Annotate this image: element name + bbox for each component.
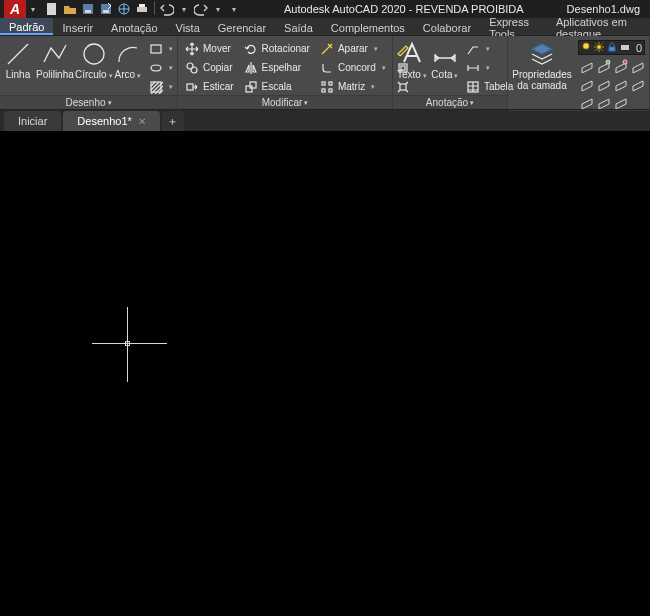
rectangle-dropdown[interactable] [146,40,176,57]
matriz-label: Matriz [338,81,365,92]
panel-modificar-title[interactable]: Modificar [178,95,392,109]
new-icon[interactable] [44,1,60,17]
ellipse-dropdown[interactable] [146,59,176,76]
save-icon[interactable] [80,1,96,17]
webmobile-icon[interactable] [116,1,132,17]
svg-point-8 [84,44,104,64]
tab-complementos[interactable]: Complementos [322,18,414,35]
layer-selector[interactable]: 0 [578,40,645,55]
layer-tool-8[interactable] [631,77,645,91]
fillet-icon [320,61,334,75]
leader-icon [466,42,480,56]
layer-tool-11[interactable] [614,95,628,109]
linha-label: Linha [6,69,30,80]
saveas-icon[interactable] [98,1,114,17]
layer-tool-5[interactable] [580,77,594,91]
hatch-dropdown[interactable] [146,78,176,95]
undo-dropdown-icon[interactable]: ▾ [177,1,191,18]
aparar-button[interactable]: Aparar [317,40,389,57]
matriz-button[interactable]: Matriz [317,78,389,95]
drawing-canvas[interactable] [0,132,650,616]
copiar-button[interactable]: Copiar [182,59,237,76]
svg-rect-17 [322,82,325,85]
svg-point-30 [623,60,627,64]
mover-button[interactable]: Mover [182,40,237,57]
scale-icon [244,80,258,94]
esticar-button[interactable]: Esticar [182,78,237,95]
layer-tools-grid [578,57,647,110]
panel-anotacao-title[interactable]: Anotação [393,95,507,109]
doc-tab-label: Desenho1* [77,115,131,127]
redo-dropdown-icon[interactable]: ▾ [211,1,225,18]
layer-tool-7[interactable] [614,77,628,91]
layer-name: 0 [636,42,642,54]
rotate-icon [244,42,258,56]
ribbon-tab-bar: Padrão Inserir Anotação Vista Gerenciar … [0,18,650,36]
prop-camada-label: Propriedades da camada [512,69,572,91]
redo-icon[interactable] [193,1,209,17]
document-tab-bar: Iniciar Desenho1*✕ ＋ [0,110,650,132]
rotacionar-button[interactable]: Rotacionar [241,40,313,57]
layer-tool-6[interactable] [597,77,611,91]
circle-icon [80,40,108,68]
tab-colaborar[interactable]: Colaborar [414,18,480,35]
texto-button[interactable]: Texto [397,38,427,95]
tab-vista[interactable]: Vista [167,18,209,35]
tab-padrao[interactable]: Padrão [0,18,53,35]
cota-button[interactable]: Cota [431,38,459,95]
app-menu-button[interactable]: A [4,0,26,18]
arco-button[interactable]: Arco [114,38,142,95]
tab-anotacao[interactable]: Anotação [102,18,166,35]
tab-gerenciar[interactable]: Gerenciar [209,18,275,35]
svg-point-29 [606,60,610,64]
doc-tab-add[interactable]: ＋ [162,111,184,131]
layer-tool-2[interactable] [597,59,611,73]
close-icon[interactable]: ✕ [138,116,146,127]
cota-label: Cota [431,69,458,81]
svg-rect-16 [250,82,256,88]
tab-saida[interactable]: Saída [275,18,322,35]
svg-rect-0 [47,3,56,15]
layer-tool-4[interactable] [631,59,645,73]
undo-icon[interactable] [159,1,175,17]
layer-tool-3[interactable] [614,59,628,73]
concord-button[interactable]: Concord [317,59,389,76]
circulo-button[interactable]: Círculo [78,38,110,95]
open-icon[interactable] [62,1,78,17]
doc-tab-label: Iniciar [18,115,47,127]
tab-aplicativos[interactable]: Aplicativos em destaque [547,18,650,35]
plot-flag-icon [620,42,630,54]
doc-tab-iniciar[interactable]: Iniciar [4,111,61,131]
escala-button[interactable]: Escala [241,78,313,95]
panel-desenho-title[interactable]: Desenho [0,95,177,109]
stretch-icon [185,80,199,94]
panel-camadas-title[interactable]: Camadas [508,110,649,111]
arc-icon [114,40,142,68]
dim-icon [466,61,480,75]
copiar-label: Copiar [203,62,232,73]
polilinha-button[interactable]: Polilinha [36,38,74,95]
bulb-icon [581,42,591,54]
linha-button[interactable]: Linha [4,38,32,95]
rotacionar-label: Rotacionar [262,43,310,54]
tab-express[interactable]: Express Tools [480,18,547,35]
svg-rect-2 [85,10,91,13]
tab-inserir[interactable]: Inserir [53,18,102,35]
aparar-label: Aparar [338,43,368,54]
propriedades-camada-button[interactable]: Propriedades da camada [512,38,572,110]
plot-icon[interactable] [134,1,150,17]
svg-rect-11 [151,82,161,92]
escala-label: Escala [262,81,292,92]
texto-label: Texto [397,69,427,81]
copy-icon [185,61,199,75]
esticar-label: Esticar [203,81,234,92]
layer-tool-10[interactable] [597,95,611,109]
layer-tool-1[interactable] [580,59,594,73]
svg-point-26 [597,45,601,49]
svg-point-13 [191,67,197,73]
espelhar-button[interactable]: Espelhar [241,59,313,76]
doc-tab-desenho1[interactable]: Desenho1*✕ [63,111,159,131]
layer-tool-9[interactable] [580,95,594,109]
app-menu-chevron-icon[interactable]: ▾ [26,1,40,18]
qat-customize-icon[interactable]: ▾ [227,1,241,18]
